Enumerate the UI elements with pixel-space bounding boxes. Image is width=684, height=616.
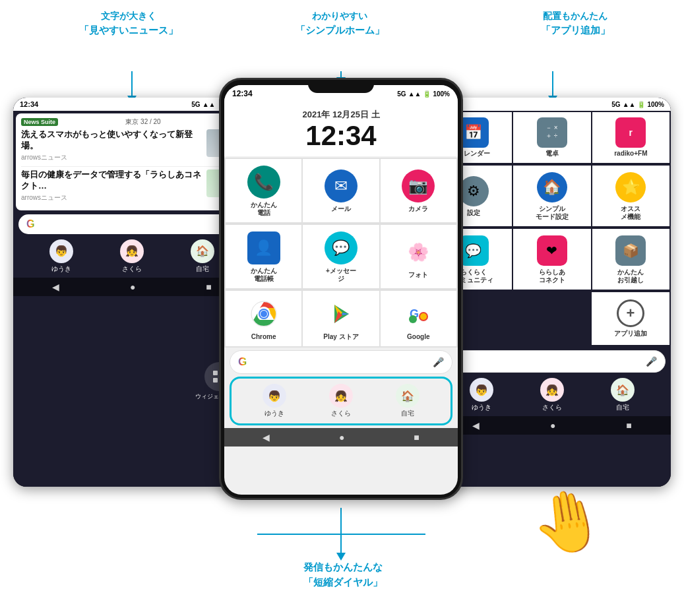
app-chrome[interactable]: Chrome <box>226 291 301 346</box>
app-photos[interactable]: 🌸 フォト <box>381 225 456 288</box>
label-calc: 電卓 <box>545 150 559 158</box>
phone3-top-apps: 📅 カレンダー － × ＋ ÷ 電卓 r radiko+FM <box>433 111 671 164</box>
label-settings: 設定 <box>467 209 480 217</box>
app-mail[interactable]: ✉ メール <box>303 159 379 222</box>
app-label-chrome: Chrome <box>251 333 276 341</box>
phone2-nav-bar: ◀ ● ■ <box>224 428 458 447</box>
news-widget[interactable]: News Suite 東京 32 / 20 🌙 ↻ 洗えるスマホがもっと使いやす… <box>16 113 248 210</box>
phone2-notch <box>308 80 374 93</box>
contact-avatar-sakura: 👧 <box>120 239 144 263</box>
phone2-time: 12:34 <box>232 89 253 98</box>
phone2-back-btn[interactable]: ◀ <box>263 432 270 443</box>
phone1-status-bar: 12:34 5G ▲▲ 🔋 100% <box>13 98 251 111</box>
phone2-home-btn[interactable]: ● <box>339 432 344 443</box>
recents-button[interactable]: ■ <box>206 282 211 292</box>
label-moving: かんたんお引越し <box>617 268 644 284</box>
phone1-network: 5G <box>191 101 200 108</box>
home-button[interactable]: ● <box>130 282 135 292</box>
phone3-recents-btn[interactable]: ■ <box>626 420 631 431</box>
phone3-mid-row2: 💬 らくらくコミュニティ ❤ ららしあコネクト 📦 かんたんお引越し <box>433 228 671 291</box>
dock2-avatar-home: 🏠 <box>396 384 420 408</box>
app-message[interactable]: 💬 +メッセージ <box>303 225 379 288</box>
app-icon-phonebook: 👤 <box>247 231 280 264</box>
plus-icon: + <box>617 299 644 327</box>
phone3-network: 5G <box>611 101 620 108</box>
app-label-google: Google <box>407 333 429 341</box>
svg-text:－ ×: － × <box>545 124 558 131</box>
app-simple-mode[interactable]: 🏠 シンプルモード設定 <box>513 166 590 226</box>
app-icon-chrome <box>247 297 280 330</box>
phone3-home-btn[interactable]: ● <box>550 420 555 431</box>
bottom-callout-text: 発信もかんたんな 「短縮ダイヤル」 <box>224 560 462 590</box>
dock2-avatar-sakura: 👧 <box>329 384 353 408</box>
app-label-phone: かんたん電話 <box>251 201 277 217</box>
phone2-google-logo: G <box>238 355 247 369</box>
news-headline-1: 洗えるスマホがもっと使いやすくなって新登場。 <box>21 129 202 152</box>
phone3-signal: ▲▲ <box>623 101 636 108</box>
news-source-1: arrowsニュース <box>21 153 202 162</box>
app-recommend[interactable]: ⭐ オススメ機能 <box>592 166 669 226</box>
news-location: 東京 32 / 20 <box>125 117 160 127</box>
phone3-back-btn[interactable]: ◀ <box>472 420 480 431</box>
app-calculator[interactable]: － × ＋ ÷ 電卓 <box>513 112 590 163</box>
dock3-contact-sakura[interactable]: 👧 さくら <box>540 378 564 412</box>
dock2-name-home: 自宅 <box>401 409 414 418</box>
phone2-battery: 🔋 <box>423 90 431 98</box>
dock2-name-yuki: ゆうき <box>264 409 284 418</box>
contact-avatar-home: 🏠 <box>191 239 214 263</box>
app-grid-row1: 📞 かんたん電話 ✉ メール 📷 カメラ <box>224 158 458 224</box>
phone2-search-bar[interactable]: G 🎤 <box>230 350 452 374</box>
dock3-avatar-home: 🏠 <box>611 378 635 402</box>
icon-radiko: r <box>615 117 646 148</box>
phone1-signal-icon: ▲▲ <box>202 101 216 108</box>
feature-label-center: わかりやすい 「シンプルホーム」 <box>257 10 422 37</box>
phone3-battery-icon: 🔋 <box>637 101 645 108</box>
app-icon-playstore <box>325 297 358 330</box>
google-logo: G <box>26 218 34 230</box>
svg-point-33 <box>420 313 427 320</box>
app-phone-book[interactable]: 👤 かんたん電話帳 <box>226 225 301 288</box>
dock3-contact-home[interactable]: 🏠 自宅 <box>611 378 635 412</box>
app-simple-phone[interactable]: 📞 かんたん電話 <box>226 159 301 222</box>
dock-contact-yuki[interactable]: 👦 ゆうき <box>49 239 73 274</box>
dock-contact-sakura[interactable]: 👧 さくら <box>120 239 144 274</box>
phone1-search-bar[interactable]: G 🎤 <box>18 214 245 234</box>
app-icon-camera: 📷 <box>402 169 435 202</box>
icon-simple-mode: 🏠 <box>537 172 567 202</box>
phone2-recents-btn[interactable]: ■ <box>414 432 419 443</box>
phone2: 12:34 5G ▲▲ 🔋 100% 2021年 12月25日 土 12:34 … <box>219 78 463 500</box>
phone3-search-bar[interactable]: G 🎤 <box>439 350 666 373</box>
dock3-avatar-yuki: 👦 <box>470 378 493 402</box>
app-playstore[interactable]: Play ストア <box>303 291 379 346</box>
bottom-callout: 発信もかんたんな 「短縮ダイヤル」 <box>224 560 462 590</box>
dock-contact-home[interactable]: 🏠 自宅 <box>191 239 214 274</box>
app-google[interactable]: G Google <box>381 291 456 346</box>
back-button[interactable]: ◀ <box>52 282 59 292</box>
app-camera[interactable]: 📷 カメラ <box>381 159 456 222</box>
news-item-1[interactable]: 洗えるスマホがもっと使いやすくなって新登場。 arrowsニュース 📱 <box>21 129 243 162</box>
app-radiko[interactable]: r radiko+FM <box>592 112 669 163</box>
phone1: 12:34 5G ▲▲ 🔋 100% News Suite 東京 32 / 20… <box>13 98 251 487</box>
app-moving[interactable]: 📦 かんたんお引越し <box>592 229 669 290</box>
dock2-contact-yuki[interactable]: 👦 ゆうき <box>263 384 286 418</box>
dock3-name-home: 自宅 <box>616 403 629 412</box>
dock2-contact-home[interactable]: 🏠 自宅 <box>396 384 420 418</box>
icon-calc: － × ＋ ÷ <box>537 117 567 148</box>
app-add-button[interactable]: + アプリ追加 <box>592 292 669 345</box>
dock2-contact-sakura[interactable]: 👧 さくら <box>329 384 353 418</box>
label-simple-mode: シンプルモード設定 <box>536 205 569 221</box>
contact-name-home: 自宅 <box>196 264 209 274</box>
news-suite-badge: News Suite <box>21 118 58 126</box>
phone2-network: 5G <box>397 90 406 98</box>
phone3-dock: 👦 ゆうき 👧 さくら 🏠 自宅 <box>433 375 671 416</box>
add-label: アプリ追加 <box>614 330 647 338</box>
app-label-photos: フォト <box>408 271 428 279</box>
dock3-contact-yuki[interactable]: 👦 ゆうき <box>470 378 493 412</box>
app-connect[interactable]: ❤ ららしあコネクト <box>513 229 590 290</box>
phone3-status-bar: 12:34 5G ▲▲ 🔋 100% <box>433 98 671 111</box>
phone3-mid-row1: ⚙ 設定 🏠 シンプルモード設定 ⭐ オススメ機能 <box>433 164 671 228</box>
news-item-2[interactable]: 毎日の健康をデータで管理する「ラらしあコネクト… arrowsニュース 👩‍⚕️ <box>21 169 243 202</box>
app-icon-mail: ✉ <box>325 169 358 202</box>
phone3-battery: 100% <box>647 101 664 108</box>
phone3-screen: 12:34 5G ▲▲ 🔋 100% 📅 カレンダー － × ＋ ÷ <box>433 98 671 487</box>
